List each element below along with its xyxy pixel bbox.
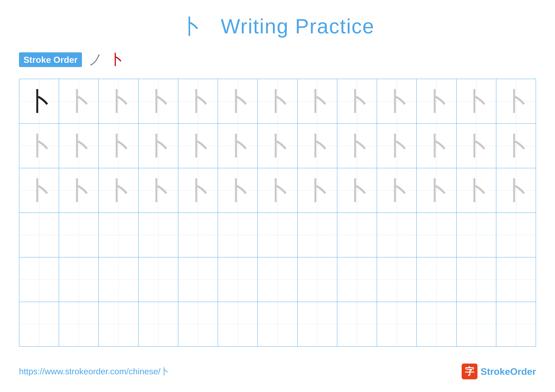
grid-cell[interactable] (139, 213, 178, 257)
grid-cell[interactable] (19, 302, 59, 346)
grid-cell[interactable]: 卜 (298, 168, 337, 213)
grid-cell[interactable] (258, 302, 297, 346)
grid-cell[interactable]: 卜 (457, 124, 496, 168)
grid-cell[interactable]: 卜 (59, 79, 99, 123)
grid-cell[interactable] (99, 213, 139, 257)
practice-char: 卜 (305, 178, 330, 203)
practice-char: 卜 (146, 89, 171, 114)
grid-cell[interactable] (139, 257, 178, 302)
grid-cell[interactable]: 卜 (139, 79, 178, 123)
grid-cell[interactable]: 卜 (496, 168, 536, 213)
grid-cell[interactable]: 卜 (377, 124, 417, 168)
grid-cell[interactable]: 卜 (218, 168, 258, 213)
grid-cell[interactable]: 卜 (337, 79, 377, 123)
grid-cell[interactable]: 卜 (417, 124, 456, 168)
grid-cell[interactable]: 卜 (457, 79, 496, 123)
practice-char: 卜 (225, 133, 250, 158)
grid-cell[interactable]: 卜 (298, 124, 337, 168)
stroke-order-section: Stroke Order ノ 卜 (19, 50, 536, 69)
grid-cell[interactable]: 卜 (218, 124, 258, 168)
grid-cell[interactable] (178, 213, 218, 257)
grid-cell[interactable]: 卜 (59, 168, 99, 213)
grid-cell[interactable] (178, 257, 218, 302)
grid-cell[interactable]: 卜 (99, 124, 139, 168)
grid-cell[interactable] (457, 257, 496, 302)
grid-cell[interactable]: 卜 (457, 168, 496, 213)
footer: https://www.strokeorder.com/chinese/卜 字 … (19, 363, 536, 379)
title-area: 卜 Writing Practice (19, 13, 536, 41)
grid-cell[interactable]: 卜 (178, 79, 218, 123)
grid-cell[interactable]: 卜 (19, 79, 59, 123)
grid-cell[interactable]: 卜 (178, 124, 218, 168)
grid-cell[interactable] (218, 302, 258, 346)
grid-row (19, 257, 536, 302)
practice-char: 卜 (424, 133, 449, 158)
grid-cell[interactable]: 卜 (417, 79, 456, 123)
grid-cell[interactable] (19, 213, 59, 257)
grid-cell[interactable] (59, 257, 99, 302)
grid-cell[interactable]: 卜 (178, 168, 218, 213)
grid-cell[interactable]: 卜 (258, 79, 297, 123)
grid-cell[interactable] (59, 213, 99, 257)
grid-cell[interactable]: 卜 (139, 168, 178, 213)
grid-cell[interactable]: 卜 (337, 124, 377, 168)
grid-cell[interactable]: 卜 (218, 79, 258, 123)
grid-cell[interactable] (417, 302, 456, 346)
grid-cell[interactable]: 卜 (19, 168, 59, 213)
page: 卜 Writing Practice Stroke Order ノ 卜 卜卜卜卜… (0, 0, 555, 392)
title-char: 卜 (181, 15, 202, 38)
practice-char: 卜 (503, 178, 529, 203)
grid-cell[interactable]: 卜 (99, 79, 139, 123)
grid-cell[interactable]: 卜 (417, 168, 456, 213)
grid-cell[interactable] (258, 213, 297, 257)
grid-cell[interactable] (417, 213, 456, 257)
practice-char: 卜 (424, 89, 449, 114)
grid-cell[interactable] (457, 302, 496, 346)
grid-cell[interactable]: 卜 (377, 79, 417, 123)
grid-cell[interactable]: 卜 (298, 79, 337, 123)
grid-cell[interactable]: 卜 (496, 79, 536, 123)
grid-cell[interactable]: 卜 (19, 124, 59, 168)
footer-logo: 字 StrokeOrder (462, 363, 536, 379)
grid-cell[interactable] (377, 213, 417, 257)
practice-char: 卜 (185, 178, 211, 203)
grid-cell[interactable] (298, 213, 337, 257)
grid-cell[interactable]: 卜 (139, 124, 178, 168)
practice-char: 卜 (305, 89, 330, 114)
grid-cell[interactable]: 卜 (258, 124, 297, 168)
grid-cell[interactable] (377, 302, 417, 346)
grid-cell[interactable] (19, 257, 59, 302)
grid-cell[interactable]: 卜 (337, 168, 377, 213)
grid-cell[interactable] (457, 213, 496, 257)
practice-char: 卜 (66, 133, 91, 158)
grid-cell[interactable] (496, 302, 536, 346)
grid-cell[interactable] (417, 257, 456, 302)
grid-cell[interactable] (298, 257, 337, 302)
grid-cell[interactable] (496, 213, 536, 257)
grid-cell[interactable]: 卜 (377, 168, 417, 213)
grid-cell[interactable] (178, 302, 218, 346)
grid-cell[interactable] (59, 302, 99, 346)
logo-text: StrokeOrder (481, 366, 536, 377)
grid-cell[interactable] (218, 257, 258, 302)
grid-cell[interactable] (496, 257, 536, 302)
stroke-order-chars: ノ 卜 (88, 50, 124, 69)
grid-cell[interactable] (298, 302, 337, 346)
grid-cell[interactable] (337, 257, 377, 302)
practice-char: 卜 (26, 89, 52, 114)
grid-cell[interactable] (258, 257, 297, 302)
practice-char: 卜 (225, 178, 250, 203)
grid-cell[interactable]: 卜 (258, 168, 297, 213)
grid-cell[interactable]: 卜 (496, 124, 536, 168)
grid-cell[interactable] (99, 302, 139, 346)
practice-char: 卜 (265, 89, 290, 114)
grid-cell[interactable] (99, 257, 139, 302)
stroke-order-badge: Stroke Order (19, 52, 82, 67)
grid-cell[interactable] (218, 213, 258, 257)
grid-cell[interactable] (139, 302, 178, 346)
grid-cell[interactable] (337, 302, 377, 346)
grid-cell[interactable]: 卜 (59, 124, 99, 168)
grid-cell[interactable] (337, 213, 377, 257)
grid-cell[interactable] (377, 257, 417, 302)
grid-cell[interactable]: 卜 (99, 168, 139, 213)
